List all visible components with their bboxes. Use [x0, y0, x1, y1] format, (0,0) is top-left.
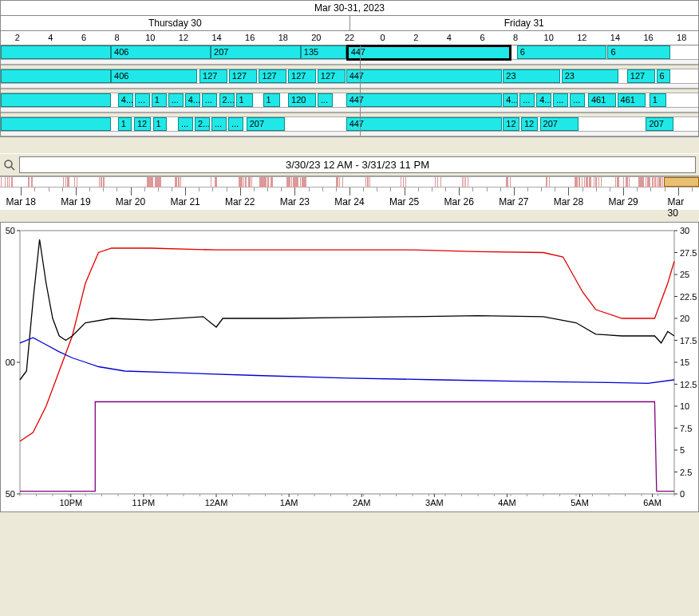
timeline-date-label: Mar 18 [6, 196, 36, 207]
gantt-block[interactable]: 447 [346, 93, 502, 107]
hour-label: 14 [610, 33, 620, 42]
gantt-block[interactable]: 461 [588, 93, 616, 107]
gantt-row[interactable]: 1121...2.........2074471212207207 [1, 117, 698, 132]
gantt-block[interactable]: ... [211, 117, 227, 131]
gantt-block[interactable]: 447 [346, 117, 502, 131]
hour-label: 16 [643, 33, 653, 42]
gantt-block[interactable]: 1 [118, 117, 132, 131]
gantt-panel: Mar 30-31, 2023 Thursday 30 Friday 31 24… [0, 0, 699, 137]
gantt-block[interactable]: 1 [236, 93, 254, 107]
gantt-block[interactable]: ... [135, 93, 150, 107]
svg-text:10PM: 10PM [59, 498, 82, 507]
gantt-block[interactable]: 4... [536, 93, 551, 107]
gantt-block[interactable]: 2... [219, 93, 235, 107]
date-range-field[interactable]: 3/30/23 12 AM - 3/31/23 11 PM [19, 156, 696, 173]
gantt-block[interactable]: ... [228, 117, 243, 131]
gantt-block[interactable]: 12 [134, 117, 151, 131]
gantt-block[interactable]: 127 [627, 69, 655, 83]
hour-label: 12 [577, 33, 586, 42]
svg-text:50: 50 [6, 226, 15, 235]
hour-label: 0 [381, 33, 385, 42]
gantt-block[interactable]: 127 [288, 69, 316, 83]
svg-text:5AM: 5AM [571, 498, 589, 507]
gantt-block[interactable] [1, 69, 111, 83]
svg-text:30: 30 [680, 226, 689, 235]
gantt-block[interactable]: 12 [503, 117, 519, 131]
gantt-block[interactable]: 6 [517, 45, 606, 59]
gantt-block[interactable]: 12 [521, 117, 538, 131]
gantt-block[interactable] [1, 117, 111, 131]
gantt-day-header: Thursday 30 Friday 31 [1, 16, 698, 31]
gantt-block[interactable]: 127 [229, 69, 257, 83]
gantt-block[interactable]: 207 [211, 45, 301, 59]
gantt-block[interactable]: 127 [318, 69, 346, 83]
gantt-block[interactable]: 406 [111, 45, 211, 59]
gantt-block[interactable]: 207 [540, 117, 579, 131]
gantt-block[interactable]: 127 [259, 69, 286, 83]
gantt-block[interactable]: 406 [111, 69, 197, 83]
gantt-block[interactable]: 23 [503, 69, 560, 83]
svg-text:50: 50 [6, 489, 15, 499]
gantt-block[interactable]: 447 [346, 45, 511, 61]
svg-text:12AM: 12AM [205, 498, 228, 507]
gantt-block[interactable]: ... [553, 93, 568, 107]
gantt-block[interactable]: 127 [199, 69, 227, 83]
gantt-block[interactable]: ... [570, 93, 585, 107]
gantt-block[interactable]: 120 [288, 93, 316, 107]
hour-label: 2 [413, 33, 418, 42]
svg-text:00: 00 [6, 357, 15, 367]
gantt-block[interactable]: 135 [301, 45, 346, 59]
timeline-strip[interactable] [0, 176, 699, 188]
svg-text:27.5: 27.5 [680, 248, 697, 258]
gantt-block[interactable]: 461 [618, 93, 646, 107]
svg-text:0: 0 [680, 489, 685, 499]
hour-label: 6 [81, 33, 86, 42]
gantt-block[interactable]: 207 [247, 117, 285, 131]
svg-text:2AM: 2AM [353, 498, 371, 507]
gantt-block[interactable]: 1 [152, 93, 167, 107]
timeline-date-label: Mar 23 [280, 196, 310, 207]
svg-line-1 [11, 167, 14, 170]
timeline-date-label: Mar 24 [334, 196, 364, 207]
timeline-viewport-handle[interactable] [664, 177, 699, 187]
gantt-block[interactable]: 1 [263, 93, 281, 107]
gantt-block[interactable]: 207 [646, 117, 673, 131]
gantt-block[interactable] [1, 93, 111, 107]
line-chart[interactable]: 02.557.51012.51517.52022.52527.530500050… [1, 223, 699, 512]
timeline-date-label: Mar 21 [170, 196, 199, 207]
gantt-block[interactable]: 4... [185, 93, 200, 107]
hour-label: 20 [311, 33, 321, 42]
gantt-block[interactable]: 4... [118, 93, 133, 107]
magnifier-icon[interactable] [3, 159, 16, 172]
gantt-block[interactable]: ... [178, 117, 193, 131]
gantt-block[interactable]: 23 [562, 69, 619, 83]
hour-label: 18 [278, 33, 288, 42]
gantt-block[interactable]: ... [318, 93, 333, 107]
gantt-block[interactable] [1, 45, 111, 59]
gantt-block[interactable]: 4... [503, 93, 518, 107]
gantt-block[interactable]: 1 [153, 117, 167, 131]
svg-text:3AM: 3AM [425, 498, 444, 507]
gantt-row[interactable]: 4......1...4......2...11120...4474......… [1, 93, 698, 108]
gantt-row[interactable]: 40620713544766 [1, 45, 698, 60]
gantt-block[interactable]: ... [519, 93, 535, 107]
timeline-labels: Mar 18Mar 19Mar 20Mar 21Mar 22Mar 23Mar … [0, 195, 699, 210]
timeline-date-label: Mar 19 [61, 196, 90, 207]
gantt-block[interactable]: 6 [607, 45, 670, 59]
hour-label: 2 [15, 33, 20, 42]
chart-panel: 02.557.51012.51517.52022.52527.530500050… [0, 222, 699, 512]
timeline-date-label: Mar 28 [554, 196, 583, 207]
gantt-area[interactable]: 4062071354476640612712712712712744723231… [1, 45, 698, 136]
gantt-block[interactable]: ... [168, 93, 184, 107]
hour-label: 6 [480, 33, 484, 42]
gantt-block[interactable]: 6 [657, 69, 670, 83]
gantt-block[interactable]: 2... [195, 117, 210, 131]
hour-label: 14 [211, 33, 221, 42]
gantt-row[interactable]: 40612712712712712744723231276 [1, 69, 698, 84]
svg-text:22.5: 22.5 [680, 292, 697, 302]
gantt-block[interactable]: ... [202, 93, 217, 107]
gantt-block[interactable]: 1 [650, 93, 666, 107]
hour-label: 16 [245, 33, 255, 42]
gantt-block[interactable]: 447 [346, 69, 502, 83]
svg-text:11PM: 11PM [132, 498, 156, 507]
